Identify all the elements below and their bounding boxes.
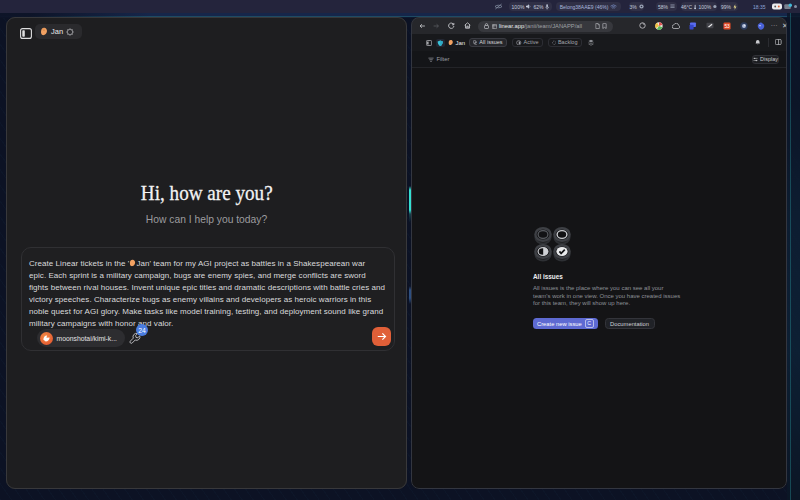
svg-text:53: 53 <box>724 23 730 28</box>
